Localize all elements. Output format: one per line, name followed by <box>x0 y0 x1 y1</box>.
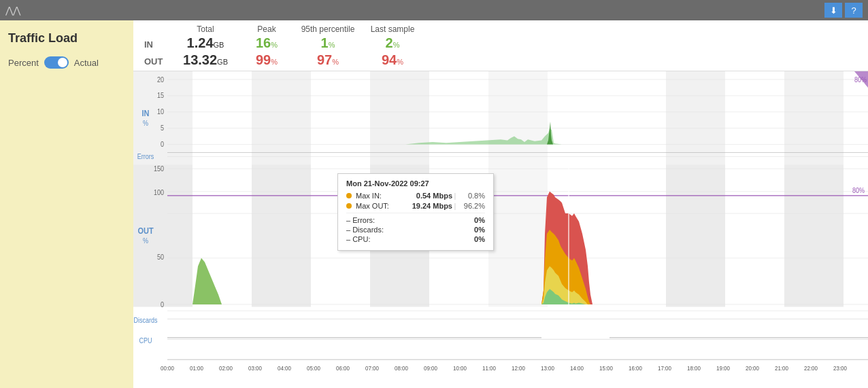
out-95th-value: 97 <box>317 52 332 67</box>
header-total: Total <box>171 24 239 34</box>
svg-text:Errors: Errors <box>137 152 154 160</box>
svg-text:23:00: 23:00 <box>833 364 847 372</box>
in-total-unit: GB <box>214 41 224 49</box>
out-total-unit: GB <box>217 58 228 66</box>
svg-text:16:00: 16:00 <box>629 364 642 372</box>
tooltip-discards-label: – Discards: <box>346 226 401 234</box>
svg-text:03:00: 03:00 <box>248 364 262 372</box>
svg-text:15:00: 15:00 <box>599 364 613 372</box>
tooltip-cpu-row: – CPU: 0% <box>346 235 485 243</box>
tooltip-errors-row: – Errors: 0% <box>346 216 485 224</box>
svg-text:05:00: 05:00 <box>307 364 320 372</box>
percent-label: Percent <box>8 58 39 68</box>
tooltip-divider <box>346 213 485 213</box>
svg-text:09:00: 09:00 <box>424 364 437 372</box>
tooltip-max-out-label: Max OUT: <box>356 202 405 210</box>
tooltip-max-in-row: Max IN: 0.54 Mbps | 0.8% <box>346 192 485 200</box>
tooltip-errors-label: – Errors: <box>346 216 401 224</box>
tooltip-max-out-pct: 96.2% <box>458 202 485 210</box>
view-toggle[interactable] <box>44 56 69 69</box>
out-row: OUT 13.32GB 99% 97% 94% <box>144 52 868 68</box>
stats-column-headers: Total Peak 95th percentile Last sample <box>171 24 868 34</box>
tooltip-max-out-value: 19.24 Mbps <box>405 202 452 210</box>
tooltip-max-in-pct: 0.8% <box>458 192 485 200</box>
header-peak: Peak <box>239 24 294 34</box>
header-last: Last sample <box>362 24 423 34</box>
tooltip-errors-val: 0% <box>474 216 485 224</box>
in-95th-value: 1 <box>321 35 329 50</box>
content-area: Total Peak 95th percentile Last sample I… <box>133 20 868 388</box>
tooltip-timestamp: Mon 21-Nov-2022 09:27 <box>346 179 485 188</box>
in-peak-value: 16 <box>256 35 271 50</box>
svg-text:OUT: OUT <box>137 226 154 236</box>
svg-rect-33 <box>666 164 725 306</box>
svg-rect-31 <box>252 164 311 306</box>
out-last-unit: % <box>397 58 403 66</box>
tooltip-cpu-val: 0% <box>474 235 485 243</box>
chevrons-up-icon[interactable]: ⋀⋀ <box>5 5 20 16</box>
svg-rect-34 <box>784 164 844 306</box>
in-peak-unit: % <box>271 41 278 49</box>
tooltip-max-in-dot <box>346 193 352 198</box>
in-95th-unit: % <box>329 41 335 49</box>
svg-text:0: 0 <box>161 300 164 308</box>
svg-text:10:00: 10:00 <box>453 364 467 372</box>
in-95th-cell: 1% <box>294 35 362 51</box>
top-bar-left: ⋀⋀ <box>5 5 824 16</box>
svg-text:22:00: 22:00 <box>804 364 818 372</box>
out-last-value: 94 <box>382 52 397 67</box>
svg-text:13:00: 13:00 <box>541 364 554 372</box>
stats-section: Total Peak 95th percentile Last sample I… <box>133 20 868 71</box>
out-peak-unit: % <box>271 58 278 66</box>
svg-text:150: 150 <box>154 164 164 173</box>
out-total-value: 13.32 <box>183 52 217 67</box>
svg-text:%: % <box>143 237 148 245</box>
svg-text:17:00: 17:00 <box>658 364 671 372</box>
out-label: OUT <box>144 56 171 67</box>
svg-rect-10 <box>725 71 784 307</box>
svg-text:21:00: 21:00 <box>775 364 788 372</box>
svg-rect-8 <box>607 71 666 307</box>
svg-text:04:00: 04:00 <box>278 364 291 372</box>
tooltip-separator2: | <box>452 202 458 210</box>
tooltip-discards-val: 0% <box>474 226 485 234</box>
tooltip-max-out-dot <box>346 203 352 209</box>
out-95th-unit: % <box>332 58 339 66</box>
svg-text:5: 5 <box>161 124 164 132</box>
in-row: IN 1.24GB 16% 1% 2% <box>144 35 868 51</box>
top-bar-actions: ⬇ ? <box>824 3 863 18</box>
svg-text:11:00: 11:00 <box>482 364 496 372</box>
svg-text:01:00: 01:00 <box>190 364 203 372</box>
in-peak-cell: 16% <box>239 35 294 51</box>
actual-label: Actual <box>74 58 99 68</box>
tooltip-cpu-label: – CPU: <box>346 235 401 243</box>
tooltip-max-in-label: Max IN: <box>356 192 405 200</box>
svg-text:18:00: 18:00 <box>687 364 701 372</box>
download-button[interactable]: ⬇ <box>824 3 842 18</box>
in-last-unit: % <box>393 41 400 49</box>
svg-text:07:00: 07:00 <box>365 364 379 372</box>
svg-text:0: 0 <box>161 140 164 148</box>
svg-text:Discards: Discards <box>134 317 158 325</box>
svg-text:20: 20 <box>157 75 164 84</box>
tooltip-discards-row: – Discards: 0% <box>346 226 485 234</box>
svg-text:100: 100 <box>154 188 164 196</box>
svg-text:14:00: 14:00 <box>570 364 584 372</box>
chart-area: 20 15 10 5 0 IN % Errors <box>133 71 868 388</box>
svg-text:CPU: CPU <box>139 337 152 345</box>
svg-text:IN: IN <box>141 108 149 118</box>
chart-tooltip: Mon 21-Nov-2022 09:27 Max IN: 0.54 Mbps … <box>337 173 494 251</box>
in-total-cell: 1.24GB <box>171 35 239 51</box>
svg-text:08:00: 08:00 <box>395 364 408 372</box>
svg-text:19:00: 19:00 <box>716 364 730 372</box>
tooltip-max-in-value: 0.54 Mbps <box>405 192 452 200</box>
in-label: IN <box>144 39 171 50</box>
svg-text:06:00: 06:00 <box>336 364 350 372</box>
svg-text:00:00: 00:00 <box>161 364 174 372</box>
svg-text:%: % <box>143 119 148 127</box>
header-95th: 95th percentile <box>294 24 362 34</box>
in-last-value: 2 <box>386 35 393 50</box>
help-button[interactable]: ? <box>845 3 863 18</box>
in-total-value: 1.24 <box>187 35 214 50</box>
out-95th-cell: 97% <box>294 52 362 68</box>
